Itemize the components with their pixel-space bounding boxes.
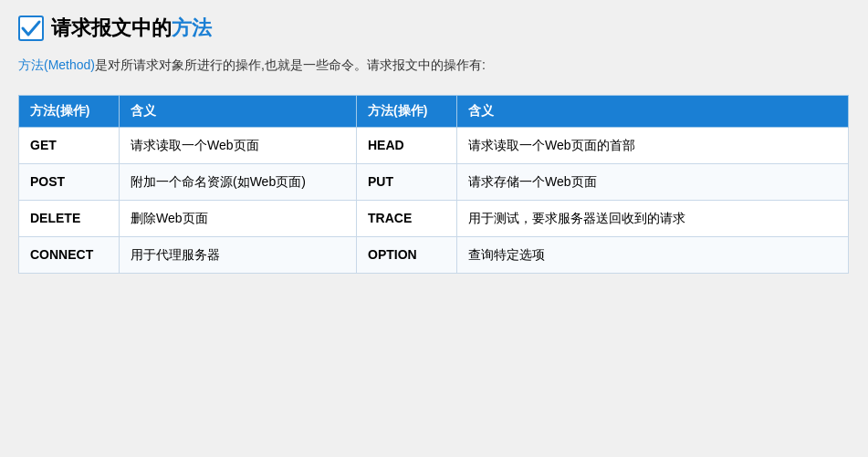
method1-cell: GET — [19, 127, 120, 163]
meaning2-cell: 请求存储一个Web页面 — [457, 163, 849, 200]
page-title: 请求报文中的方法 — [51, 15, 212, 42]
description-term: 方法(Method) — [18, 57, 95, 72]
method1-cell: POST — [19, 163, 120, 200]
page-container: 请求报文中的方法 方法(Method)是对所请求对象所进行的操作,也就是一些命令… — [18, 15, 849, 274]
method1-cell: DELETE — [19, 200, 120, 236]
method1-label: DELETE — [30, 211, 80, 225]
header-method2: 方法(操作) — [357, 95, 457, 127]
method1-cell: CONNECT — [19, 236, 120, 273]
meaning1-cell: 请求读取一个Web页面 — [120, 127, 357, 163]
meaning2-cell: 用于测试，要求服务器送回收到的请求 — [457, 200, 849, 236]
method2-label: TRACE — [368, 211, 412, 225]
description-text: 方法(Method)是对所请求对象所进行的操作,也就是一些命令。请求报文中的操作… — [18, 55, 849, 77]
header-meaning2: 含义 — [457, 95, 849, 127]
title-prefix: 请求报文中的 — [51, 16, 172, 39]
method2-cell: TRACE — [357, 200, 457, 236]
method2-label: OPTION — [368, 247, 417, 262]
title-highlight: 方法 — [172, 16, 212, 39]
method2-cell: HEAD — [357, 127, 457, 163]
meaning1-cell: 附加一个命名资源(如Web页面) — [120, 163, 357, 200]
method2-label: HEAD — [368, 138, 404, 152]
method1-label: POST — [30, 174, 65, 189]
meaning2-cell: 查询特定选项 — [457, 236, 849, 273]
method2-cell: OPTION — [357, 236, 457, 273]
meaning2-cell: 请求读取一个Web页面的首部 — [457, 127, 849, 163]
table-row: POST附加一个命名资源(如Web页面)PUT请求存储一个Web页面 — [19, 163, 849, 200]
table-row: GET请求读取一个Web页面HEAD请求读取一个Web页面的首部 — [19, 127, 849, 163]
method2-label: PUT — [368, 174, 393, 189]
table-row: CONNECT用于代理服务器OPTION查询特定选项 — [19, 236, 849, 273]
method1-label: CONNECT — [30, 247, 93, 262]
meaning1-cell: 删除Web页面 — [120, 200, 357, 236]
table-row: DELETE删除Web页面TRACE用于测试，要求服务器送回收到的请求 — [19, 200, 849, 236]
header-meaning1: 含义 — [120, 95, 357, 127]
header-method1: 方法(操作) — [19, 95, 120, 127]
table-header-row: 方法(操作) 含义 方法(操作) 含义 — [19, 95, 849, 127]
methods-table: 方法(操作) 含义 方法(操作) 含义 GET请求读取一个Web页面HEAD请求… — [18, 95, 849, 274]
title-row: 请求报文中的方法 — [18, 15, 849, 42]
method1-label: GET — [30, 138, 57, 152]
description-body: 是对所请求对象所进行的操作,也就是一些命令。请求报文中的操作有: — [95, 57, 486, 72]
meaning1-cell: 用于代理服务器 — [120, 236, 357, 273]
method2-cell: PUT — [357, 163, 457, 200]
checkbox-icon — [18, 16, 44, 41]
